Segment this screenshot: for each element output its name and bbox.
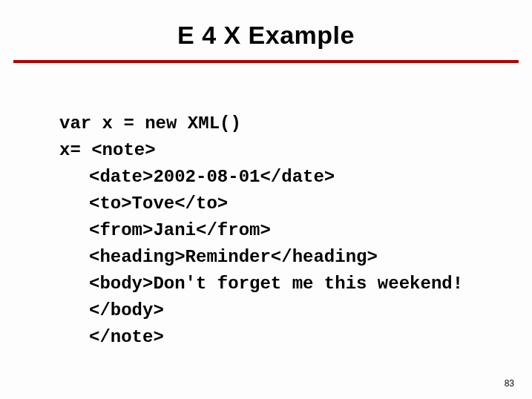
title-divider	[13, 60, 519, 63]
code-line-6: <heading>Reminder</heading>	[59, 244, 475, 271]
slide-title: E 4 X Example	[0, 0, 532, 60]
page-number: 83	[505, 378, 514, 389]
code-line-1: var x = new XML()	[59, 113, 241, 133]
code-line-8: </note>	[59, 324, 475, 351]
code-line-2: x= <note>	[59, 140, 156, 160]
code-block: var x = new XML() x= <note> <date>2002-0…	[59, 84, 532, 351]
slide: E 4 X Example var x = new XML() x= <note…	[0, 0, 532, 399]
code-line-3: <date>2002-08-01</date>	[59, 164, 475, 191]
code-line-5: <from>Jani</from>	[59, 217, 475, 244]
code-line-4: <to>Tove</to>	[59, 191, 475, 217]
code-line-7: <body>Don't forget me this weekend!</bod…	[59, 271, 475, 324]
